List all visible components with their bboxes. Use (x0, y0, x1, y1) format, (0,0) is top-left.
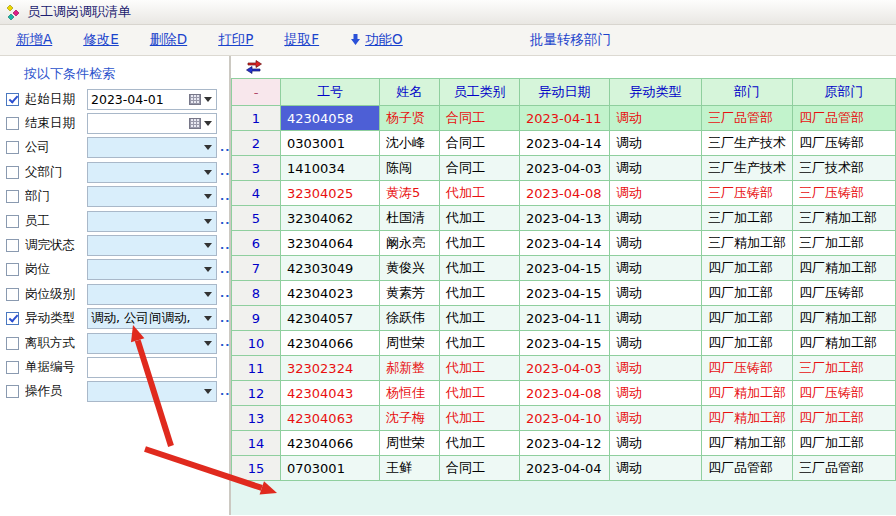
cell-employee-id[interactable]: 42303049 (281, 256, 380, 281)
cell-change-date[interactable]: 2023-04-14 (520, 231, 610, 256)
post-combo[interactable] (87, 259, 217, 280)
cell-row-selector[interactable]: 15 (232, 456, 281, 481)
cell-original-department[interactable]: 四厂精加工部 (793, 331, 896, 356)
dept-combo[interactable] (87, 186, 217, 207)
col-header-employee-type[interactable]: 员工类别 (440, 79, 520, 106)
cell-employee-type[interactable]: 代加工 (440, 381, 520, 406)
cell-original-department[interactable]: 四厂压铸部 (793, 381, 896, 406)
post-level-combo[interactable] (87, 284, 217, 305)
end-date-date-field[interactable] (87, 113, 217, 134)
cell-employee-id[interactable]: 42304063 (281, 406, 380, 431)
transfer-status-combo[interactable] (87, 235, 217, 256)
cell-department[interactable]: 四厂加工部 (702, 331, 793, 356)
cell-row-selector[interactable]: 1 (232, 106, 281, 131)
cell-original-department[interactable]: 四厂精加工部 (793, 256, 896, 281)
cell-employee-type[interactable]: 代加工 (440, 231, 520, 256)
cell-department[interactable]: 四厂精加工部 (702, 381, 793, 406)
cell-row-selector[interactable]: 7 (232, 256, 281, 281)
cell-row-selector[interactable]: 6 (232, 231, 281, 256)
cell-change-date[interactable]: 2023-04-11 (520, 306, 610, 331)
cell-change-date[interactable]: 2023-04-13 (520, 206, 610, 231)
cell-row-selector[interactable]: 14 (232, 431, 281, 456)
cell-employee-type[interactable]: 代加工 (440, 331, 520, 356)
cell-row-selector[interactable]: 12 (232, 381, 281, 406)
function-button[interactable]: 功能O (350, 31, 403, 49)
change-type-more-button[interactable]: .. (220, 314, 233, 324)
cell-employee-type[interactable]: 代加工 (440, 356, 520, 381)
cell-employee-id[interactable]: 42304043 (281, 381, 380, 406)
col-header-employee-id[interactable]: 工号 (281, 79, 380, 106)
chevron-down-icon[interactable] (204, 316, 212, 321)
cell-change-date[interactable]: 2023-04-15 (520, 256, 610, 281)
cell-change-date[interactable]: 2023-04-14 (520, 131, 610, 156)
cell-original-department[interactable]: 三厂品管部 (793, 456, 896, 481)
cell-employee-type[interactable]: 代加工 (440, 431, 520, 456)
post-more-button[interactable]: .. (220, 265, 233, 275)
add-button[interactable]: 新增A (16, 31, 52, 49)
cell-name[interactable]: 周世荣 (380, 431, 440, 456)
batch-transfer-button[interactable]: 批量转移部门 (530, 31, 611, 49)
leave-mode-more-button[interactable]: .. (220, 338, 233, 348)
col-header-department[interactable]: 部门 (702, 79, 793, 106)
cell-original-department[interactable]: 四厂压铸部 (793, 281, 896, 306)
cell-department[interactable]: 三厂品管部 (702, 106, 793, 131)
cell-change-date[interactable]: 2023-04-08 (520, 181, 610, 206)
cell-change-date[interactable]: 2023-04-15 (520, 281, 610, 306)
cell-change-date[interactable]: 2023-04-03 (520, 156, 610, 181)
cell-employee-id[interactable]: 42304058 (281, 106, 380, 131)
cell-original-department[interactable]: 三厂技术部 (793, 156, 896, 181)
transfer-status-checkbox[interactable] (6, 239, 19, 252)
employee-checkbox[interactable] (6, 215, 19, 228)
cell-original-department[interactable]: 四厂压铸部 (793, 131, 896, 156)
cell-department[interactable]: 三厂加工部 (702, 206, 793, 231)
cell-change-date[interactable]: 2023-04-03 (520, 356, 610, 381)
cell-employee-type[interactable]: 合同工 (440, 106, 520, 131)
parent-dept-combo[interactable] (87, 162, 217, 183)
edit-button[interactable]: 修改E (83, 31, 119, 49)
change-type-combo[interactable]: 调动, 公司间调动, (87, 308, 217, 329)
start-date-date-field[interactable]: 2023-04-01 (87, 89, 217, 110)
cell-name[interactable]: 阚永亮 (380, 231, 440, 256)
cell-change-date[interactable]: 2023-04-08 (520, 381, 610, 406)
cell-employee-id[interactable]: 0303001 (281, 131, 380, 156)
cell-employee-id[interactable]: 42304057 (281, 306, 380, 331)
chevron-down-icon[interactable] (204, 341, 212, 346)
cell-original-department[interactable]: 四厂加工部 (793, 431, 896, 456)
cell-employee-type[interactable]: 合同工 (440, 131, 520, 156)
change-type-checkbox[interactable] (6, 312, 19, 325)
cell-row-selector[interactable]: 2 (232, 131, 281, 156)
cell-change-date[interactable]: 2023-04-10 (520, 406, 610, 431)
cell-change-type[interactable]: 调动 (610, 181, 702, 206)
cell-department[interactable]: 四厂加工部 (702, 281, 793, 306)
cell-employee-type[interactable]: 代加工 (440, 406, 520, 431)
cell-change-type[interactable]: 调动 (610, 406, 702, 431)
calendar-icon[interactable] (189, 94, 201, 105)
cell-department[interactable]: 四厂加工部 (702, 306, 793, 331)
cell-row-selector[interactable]: 3 (232, 156, 281, 181)
cell-name[interactable]: 杜国清 (380, 206, 440, 231)
cell-change-date[interactable]: 2023-04-15 (520, 331, 610, 356)
doc-no-checkbox[interactable] (6, 361, 19, 374)
cell-row-selector[interactable]: 13 (232, 406, 281, 431)
col-header-original-department[interactable]: 原部门 (793, 79, 896, 106)
cell-name[interactable]: 杨恒佳 (380, 381, 440, 406)
cell-change-type[interactable]: 调动 (610, 306, 702, 331)
cell-name[interactable]: 杨子贤 (380, 106, 440, 131)
cell-employee-type[interactable]: 代加工 (440, 181, 520, 206)
cell-department[interactable]: 四厂品管部 (702, 456, 793, 481)
cell-name[interactable]: 王鲜 (380, 456, 440, 481)
post-checkbox[interactable] (6, 263, 19, 276)
cell-name[interactable]: 周世荣 (380, 331, 440, 356)
chevron-down-icon[interactable] (204, 219, 212, 224)
cell-name[interactable]: 黄涛5 (380, 181, 440, 206)
cell-employee-id[interactable]: 1410034 (281, 156, 380, 181)
cell-name[interactable]: 沈小峰 (380, 131, 440, 156)
chevron-down-icon[interactable] (204, 170, 212, 175)
cell-change-type[interactable]: 调动 (610, 431, 702, 456)
cell-original-department[interactable]: 三厂精加工部 (793, 206, 896, 231)
cell-employee-type[interactable]: 代加工 (440, 206, 520, 231)
delete-button[interactable]: 删除D (150, 31, 187, 49)
cell-name[interactable]: 郝新整 (380, 356, 440, 381)
cell-department[interactable]: 三厂生产技术 (702, 156, 793, 181)
cell-change-date[interactable]: 2023-04-11 (520, 106, 610, 131)
